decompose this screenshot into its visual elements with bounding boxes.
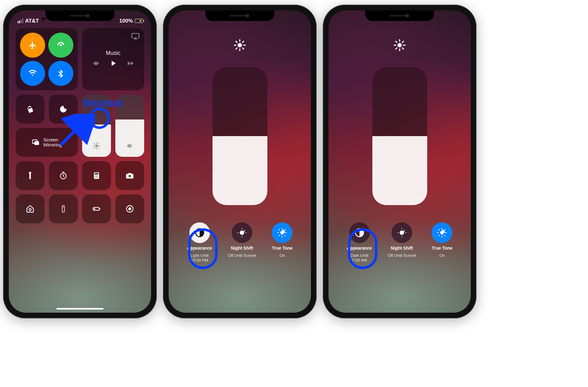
connectivity-module[interactable]	[16, 28, 78, 90]
night-shift-option[interactable]: Night Shift Off Until Sunset	[228, 222, 256, 262]
phone-control-center: AT&T 100% ⚡ Music	[3, 5, 157, 318]
wifi-toggle[interactable]	[20, 61, 45, 86]
true-tone-icon	[432, 222, 452, 243]
remote-button[interactable]	[49, 194, 78, 223]
carrier-label: AT&T	[25, 18, 39, 24]
notch	[365, 10, 434, 21]
screen-record-button[interactable]	[115, 194, 144, 223]
orientation-lock-toggle[interactable]	[16, 95, 45, 124]
battery-icon: ⚡	[135, 19, 142, 23]
low-power-button[interactable]	[82, 194, 111, 223]
true-tone-subtitle: On	[439, 253, 445, 258]
annotation-circle	[348, 228, 377, 269]
flashlight-button[interactable]	[16, 161, 45, 190]
true-tone-icon	[272, 222, 292, 243]
brightness-top-icon	[233, 39, 246, 53]
phone-brightness-dark: Appearance Dark Until 7:00 AM Night Shif…	[323, 5, 476, 318]
night-shift-title: Night Shift	[231, 246, 253, 251]
volume-icon	[126, 142, 134, 151]
true-tone-title: True Tone	[432, 246, 453, 251]
night-shift-subtitle: Off Until Sunset	[228, 253, 256, 258]
true-tone-subtitle: On	[280, 253, 285, 258]
phone-brightness-light: Appearance Light Until 10:00 PM Night Sh…	[163, 5, 317, 318]
next-track-button[interactable]	[126, 59, 134, 69]
svg-line-44	[60, 119, 87, 145]
annotation-firm-press: firm press	[83, 98, 122, 107]
airplane-toggle[interactable]	[20, 33, 45, 58]
notch	[205, 10, 274, 21]
wifi-status-icon	[41, 17, 46, 24]
true-tone-title: True Tone	[272, 246, 293, 251]
true-tone-option[interactable]: True Tone On	[432, 222, 452, 262]
cellular-toggle[interactable]	[48, 33, 73, 58]
home-indicator[interactable]	[56, 308, 103, 310]
annotation-arrow-icon	[57, 114, 95, 148]
night-shift-option[interactable]: Night Shift Off Until Sunset	[388, 222, 416, 262]
battery-percent: 100%	[119, 18, 133, 24]
calculator-button[interactable]	[82, 161, 111, 190]
music-module[interactable]: Music	[82, 28, 144, 90]
brightness-big-slider[interactable]	[372, 67, 427, 205]
night-shift-icon	[232, 222, 252, 243]
notch	[45, 10, 114, 21]
music-label: Music	[106, 50, 120, 56]
annotation-circle	[188, 228, 218, 269]
night-shift-title: Night Shift	[391, 246, 413, 251]
camera-button[interactable]	[115, 161, 144, 190]
signal-bars-icon	[18, 19, 23, 23]
night-shift-icon	[391, 222, 412, 243]
home-button[interactable]	[16, 194, 45, 223]
night-shift-subtitle: Off Until Sunset	[388, 253, 416, 258]
prev-track-button[interactable]	[92, 59, 100, 69]
play-button[interactable]	[109, 59, 118, 69]
bluetooth-toggle[interactable]	[48, 61, 73, 86]
brightness-big-slider[interactable]	[213, 67, 267, 205]
brightness-top-icon	[393, 39, 406, 53]
true-tone-option[interactable]: True Tone On	[272, 222, 292, 262]
airplay-icon[interactable]	[131, 32, 140, 42]
timer-button[interactable]	[49, 161, 78, 190]
